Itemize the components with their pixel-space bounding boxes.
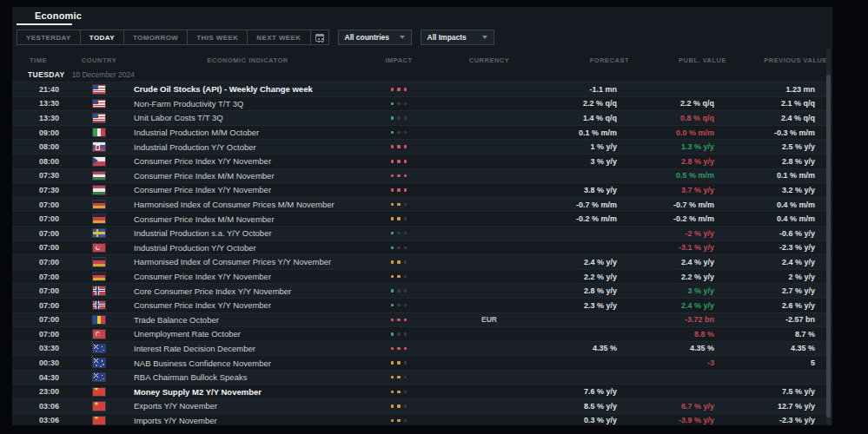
flag-ro-icon — [93, 316, 105, 325]
event-time: 07:00 — [12, 258, 64, 266]
event-row[interactable]: 03:30 Interest Rate Decision December 4.… — [12, 341, 832, 356]
event-indicator: Harmonised Index of Consumer Prices Y/Y … — [134, 257, 361, 266]
chevron-down-icon — [482, 36, 487, 39]
flag-de-icon — [93, 273, 105, 281]
event-row[interactable]: 07:30 Consumer Price Index Y/Y November … — [12, 182, 832, 197]
flag-se-icon — [93, 229, 105, 238]
event-row[interactable]: 07:00 Harmonised Index of Consumer Price… — [12, 197, 832, 212]
event-time: 07:00 — [12, 273, 64, 281]
event-row[interactable]: 23:00 Money Supply M2 Y/Y November 7.6 %… — [12, 384, 832, 398]
impact-dots — [361, 289, 436, 293]
event-time: 07:00 — [12, 301, 64, 310]
event-indicator: Consumer Price Index Y/Y November — [134, 185, 361, 194]
header-economic-indicator: ECONOMIC INDICATOR — [134, 56, 361, 64]
scrollbar-thumb[interactable] — [826, 75, 831, 418]
event-publ-value: 2.2 % q/q — [629, 99, 726, 108]
flag-sk-icon — [93, 142, 105, 151]
event-row[interactable]: 07:00 Harmonised Index of Consumer Price… — [12, 254, 832, 269]
event-forecast: 2.2 % y/y — [542, 273, 629, 281]
event-previous-value: 0.4 % m/m — [726, 214, 827, 223]
event-time: 07:00 — [12, 214, 64, 223]
event-publ-value: 2.4 % y/y — [629, 258, 726, 266]
event-publ-value: -3.72 bn — [629, 315, 726, 324]
table-header-row: TIME COUNTRY ECONOMIC INDICATOR IMPACT C… — [12, 53, 832, 68]
event-row[interactable]: 07:00 Consumer Price Index M/M November … — [12, 211, 832, 226]
impact-dots — [361, 404, 436, 408]
event-row[interactable]: 08:00 Industrial Production Y/Y October … — [12, 139, 832, 154]
event-previous-value: 3.2 % y/y — [726, 186, 827, 194]
event-indicator: Imports Y/Y November — [134, 416, 361, 425]
event-row[interactable]: 07:00 Core Consumer Price Index Y/Y Nove… — [12, 283, 832, 298]
event-forecast: 2.4 % y/y — [542, 258, 629, 266]
event-publ-value: 3 % y/y — [629, 286, 726, 295]
event-row[interactable]: 07:00 Unemployment Rate October 8.8 % 8.… — [12, 326, 832, 341]
flag-cn-icon — [93, 388, 105, 397]
event-row[interactable]: 07:00 Industrial Production s.a. Y/Y Oct… — [12, 226, 832, 240]
event-publ-value: -0.2 % m/m — [629, 214, 726, 223]
event-indicator: Harmonised Index of Consumer Prices M/M … — [134, 200, 361, 209]
range-button-today[interactable]: TODAY — [80, 30, 124, 45]
event-previous-value: 2.7 % y/y — [726, 286, 827, 295]
range-button-tomorrow[interactable]: TOMORROW — [123, 30, 188, 45]
event-forecast: 2.2 % q/q — [542, 99, 629, 108]
event-row[interactable]: 07:00 Industrial Production Y/Y October … — [12, 240, 832, 255]
event-indicator: Industrial Production Y/Y October — [134, 142, 361, 152]
event-row[interactable]: 07:00 Consumer Price Index Y/Y November … — [12, 269, 832, 284]
event-previous-value: 0.4 % m/m — [726, 201, 827, 209]
event-previous-value: 2.4 % y/y — [726, 258, 827, 266]
vertical-scrollbar[interactable] — [826, 49, 831, 425]
date-group-date: 10 December 2024 — [72, 70, 135, 79]
event-row[interactable]: 08:00 Consumer Price Index Y/Y November … — [12, 154, 832, 168]
event-time: 07:00 — [12, 201, 64, 209]
header-publ-value: PUBL. VALUE — [629, 56, 726, 64]
impact-dots — [361, 319, 436, 322]
event-row[interactable]: 07:00 Consumer Price Index Y/Y November … — [12, 298, 832, 312]
event-row[interactable]: 13:30 Unit Labor Costs T/T 3Q 1.4 % q/q … — [12, 110, 832, 125]
event-indicator: NAB Business Confidence November — [134, 358, 361, 368]
event-row[interactable]: 07:00 Trade Balance October EUR -3.72 bn… — [12, 312, 832, 327]
event-publ-value: -0.7 % m/m — [629, 201, 726, 209]
event-publ-value: 3.7 % y/y — [629, 186, 726, 194]
event-previous-value: 8.7 % — [726, 330, 827, 339]
event-previous-value: -0.6 % y/y — [726, 229, 827, 238]
header-previous-value: PREVIOUS VALUE — [726, 56, 827, 64]
economic-calendar-panel: Economic YESTERDAYTODAYTOMORROWTHIS WEEK… — [12, 7, 832, 425]
event-row[interactable]: 00:30 NAB Business Confidence November -… — [12, 355, 832, 370]
country-filter-dropdown[interactable]: All countries — [338, 30, 412, 45]
calendar-picker-button[interactable] — [310, 30, 329, 45]
event-row[interactable]: 07:30 Consumer Price Index M/M November … — [12, 168, 832, 183]
event-row[interactable]: 03:06 Imports Y/Y November 0.3 % y/y -3.… — [12, 413, 832, 425]
event-publ-value: 2.8 % y/y — [629, 157, 726, 166]
event-publ-value: -2 % y/y — [629, 229, 726, 238]
event-row[interactable]: 03:06 Exports Y/Y November 8.5 % y/y 6.7… — [12, 398, 832, 413]
impact-dots — [361, 304, 436, 307]
event-previous-value: 2.8 % y/y — [726, 157, 827, 166]
impact-dots — [361, 174, 436, 178]
impact-dots — [361, 361, 436, 365]
flag-cz-icon — [93, 157, 105, 166]
range-button-yesterday[interactable]: YESTERDAY — [17, 30, 81, 45]
event-row[interactable]: 13:30 Non-Farm Productivity T/T 3Q 2.2 %… — [12, 96, 832, 111]
event-time: 03:06 — [12, 416, 64, 424]
event-publ-value: -3.1 % y/y — [629, 243, 726, 252]
range-button-next-week[interactable]: NEXT WEEK — [247, 30, 310, 45]
event-time: 07:00 — [12, 229, 64, 238]
event-publ-value: 2.4 % y/y — [629, 301, 726, 310]
event-indicator: Unemployment Rate October — [134, 329, 361, 339]
event-previous-value: -0.3 % m/m — [726, 128, 827, 137]
event-indicator: Consumer Price Index M/M November — [134, 171, 361, 181]
event-previous-value: 4.35 % — [726, 344, 827, 352]
tab-economic[interactable]: Economic — [26, 7, 90, 23]
range-button-this-week[interactable]: THIS WEEK — [187, 30, 248, 45]
event-publ-value: 0.5 % m/m — [629, 171, 726, 180]
impact-dots — [361, 347, 436, 351]
event-publ-value: -3.9 % y/y — [629, 416, 726, 424]
event-indicator: Industrial Production s.a. Y/Y October — [134, 228, 361, 238]
event-row[interactable]: 04:30 RBA Chairman Bullock Speaks — [12, 370, 832, 385]
impact-filter-dropdown[interactable]: All Impacts — [421, 30, 494, 45]
calendar-icon — [315, 34, 324, 42]
event-previous-value: 2.5 % y/y — [726, 142, 827, 151]
event-row[interactable]: 21:40 Crude Oil Stocks (API) - Weekly Ch… — [12, 82, 832, 96]
event-row[interactable]: 09:00 Industrial Production M/M October … — [12, 125, 832, 140]
event-publ-value: 0.0 % m/m — [629, 128, 726, 137]
